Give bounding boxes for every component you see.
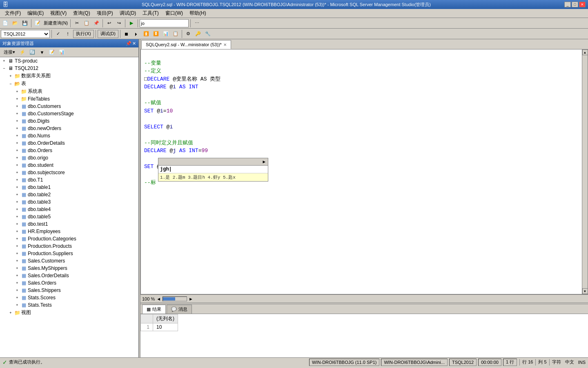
tree-area[interactable]: + 🖥 TS-produc − 🖥 TSQL2012 + 📁 数据库关系图 − …: [0, 57, 138, 357]
tree-item-table5[interactable]: + ▦ dbo.table5: [0, 213, 138, 220]
expander-table2[interactable]: +: [14, 191, 20, 198]
db-selector[interactable]: TSQL2012: [1, 30, 50, 38]
expander-orders[interactable]: +: [14, 147, 20, 154]
expander-origo[interactable]: +: [14, 155, 20, 161]
zoom-left-arrow[interactable]: ◄: [156, 296, 161, 301]
open-btn[interactable]: 📂: [11, 19, 20, 28]
tree-item-origo[interactable]: + ▦ dbo.origo: [0, 154, 138, 162]
results-tab-messages[interactable]: 💬 消息: [167, 305, 192, 314]
expander-dbrelation[interactable]: +: [7, 73, 14, 79]
tree-item-views[interactable]: + 📁 视图: [0, 309, 138, 316]
explorer-close[interactable]: ✕: [132, 41, 136, 46]
tree-item-salesshippers[interactable]: + ▦ Sales.Shippers: [0, 287, 138, 294]
tree-item-prodproducts[interactable]: + ▦ Production.Products: [0, 242, 138, 250]
tree-item-subjectscore[interactable]: + ▦ dbo.subjectscore: [0, 169, 138, 176]
tb2-btn10[interactable]: 🔑: [194, 29, 203, 38]
new-query-btn[interactable]: 📄: [1, 19, 10, 28]
tb2-btn5[interactable]: ⏫: [142, 29, 151, 38]
autocomplete-input[interactable]: jgh|: [158, 166, 268, 173]
search-box[interactable]: [140, 19, 189, 27]
expander-table3[interactable]: +: [14, 199, 20, 205]
zoom-slider[interactable]: [163, 296, 187, 301]
editor-area[interactable]: --变量 --定义 □DECLARE @变里名称 AS 类型 DECLARE @…: [140, 49, 588, 294]
menu-window[interactable]: 窗口(W): [162, 9, 186, 18]
tree-item-salescustomers[interactable]: + ▦ Sales.Customers: [0, 257, 138, 265]
explorer-pin[interactable]: 📌: [126, 41, 131, 46]
close-button[interactable]: ✕: [579, 2, 586, 7]
results-tab-results[interactable]: ▦ 结果: [142, 305, 166, 314]
connect-btn[interactable]: 连接▾: [2, 48, 17, 57]
tree-item-table4[interactable]: + ▦ dbo.table4: [0, 206, 138, 213]
tree-item-salesorders[interactable]: + ▦ Sales.Orders: [0, 279, 138, 287]
tree-item-digits[interactable]: + ▦ dbo.Digits: [0, 117, 138, 125]
expander-prodproducts[interactable]: +: [14, 243, 20, 249]
expander-nums[interactable]: +: [14, 132, 20, 139]
expander-subjectscore[interactable]: +: [14, 169, 20, 176]
menu-help[interactable]: 帮助(H): [186, 9, 209, 18]
autocomplete-arrow[interactable]: ▶: [263, 159, 265, 164]
menu-query[interactable]: 查询(Q): [70, 9, 93, 18]
expander-statstests[interactable]: +: [14, 302, 20, 308]
expander-table4[interactable]: +: [14, 206, 20, 213]
tree-item-table2[interactable]: + ▦ dbo.table2: [0, 191, 138, 198]
tb2-btn7[interactable]: 📊: [161, 29, 170, 38]
expander-statsscores[interactable]: +: [14, 294, 20, 301]
expander-salesorders[interactable]: +: [14, 280, 20, 286]
expander-customersstage[interactable]: +: [14, 110, 20, 117]
menu-debug[interactable]: 调试(D): [116, 9, 140, 18]
autocomplete-popup[interactable]: ▶ jgh| 1.是 2.题m 3.题目h 4.虾y 5.匙x: [158, 158, 268, 182]
scroll-down-btn[interactable]: ▼: [582, 288, 588, 294]
debug-btn[interactable]: 调试(D): [98, 30, 118, 38]
tree-item-t1[interactable]: + ▦ dbo.T1: [0, 176, 138, 184]
menu-tools[interactable]: 工具(T): [139, 9, 162, 18]
report-btn[interactable]: 📊: [57, 48, 66, 57]
tree-item-table1[interactable]: + ▦ dbo.table1: [0, 184, 138, 191]
tree-item-orderdetails[interactable]: + ▦ dbo.OrderDetails: [0, 139, 138, 147]
copy-btn[interactable]: 📋: [82, 19, 91, 28]
expander-prodsuppliers[interactable]: +: [14, 250, 20, 257]
new-query-tree-btn[interactable]: 📝: [47, 48, 56, 57]
tree-item-tables[interactable]: − 📂 表: [0, 80, 138, 88]
paste-btn[interactable]: 📌: [92, 19, 101, 28]
editor-tab[interactable]: SQLQuery2.sql - W...ministrator (53))* ✕: [141, 40, 231, 49]
tree-item-ts-produc[interactable]: + 🖥 TS-produc: [0, 57, 138, 65]
editor-scrollbar[interactable]: ▲ ▼: [582, 49, 588, 294]
expander-ts-produc[interactable]: +: [1, 58, 7, 64]
tb2-btn8[interactable]: 📋: [171, 29, 180, 38]
tree-item-nums[interactable]: + ▦ dbo.Nums: [0, 132, 138, 139]
tree-item-customersstage[interactable]: + ▦ dbo.CustomersStage: [0, 110, 138, 117]
expander-table1[interactable]: +: [14, 184, 20, 191]
tb2-btn4[interactable]: ⏵: [132, 29, 141, 38]
expander-systables[interactable]: +: [14, 88, 20, 95]
cut-btn[interactable]: ✂: [72, 19, 81, 28]
disconnect-btn[interactable]: ⚡: [18, 48, 27, 57]
tb2-btn2[interactable]: !: [63, 29, 72, 38]
expander-t1[interactable]: +: [14, 177, 20, 183]
tb2-btn3[interactable]: ⏹: [122, 29, 131, 38]
expander-table5[interactable]: +: [14, 213, 20, 220]
tree-item-prodsuppliers[interactable]: + ▦ Production.Suppliers: [0, 250, 138, 257]
menu-project[interactable]: 项目(P): [94, 9, 116, 18]
new-query2-btn[interactable]: 📝: [33, 19, 42, 28]
tree-item-test1[interactable]: + ▦ dbo.test1: [0, 220, 138, 228]
new-query-label[interactable]: 新建查询(N): [43, 20, 69, 26]
refresh-btn[interactable]: 🔄: [28, 48, 37, 57]
expander-salesorderdetails[interactable]: +: [14, 272, 20, 279]
redo-btn[interactable]: ↪: [114, 19, 123, 28]
more-btn[interactable]: ⋯: [192, 19, 201, 28]
maximize-button[interactable]: □: [572, 2, 578, 7]
tree-item-dbrelation[interactable]: + 📁 数据库关系图: [0, 72, 138, 80]
expander-customers[interactable]: +: [14, 103, 20, 110]
expander-tsql2012[interactable]: −: [1, 65, 7, 72]
tree-item-statstests[interactable]: + ▦ Stats.Tests: [0, 301, 138, 309]
menu-view[interactable]: 视图(V): [47, 9, 70, 18]
expander-filetables[interactable]: +: [14, 96, 20, 102]
expander-hremployees[interactable]: +: [14, 228, 20, 235]
run-btn[interactable]: ▶: [127, 19, 136, 28]
tree-item-table3[interactable]: + ▦ dbo.table3: [0, 198, 138, 206]
menu-edit[interactable]: 编辑(E): [24, 9, 47, 18]
tree-item-orders[interactable]: + ▦ dbo.Orders: [0, 147, 138, 154]
tree-item-student[interactable]: + ▦ dbo.student: [0, 162, 138, 169]
tree-item-statsscores[interactable]: + ▦ Stats.Scores: [0, 294, 138, 301]
expander-student[interactable]: +: [14, 162, 20, 168]
